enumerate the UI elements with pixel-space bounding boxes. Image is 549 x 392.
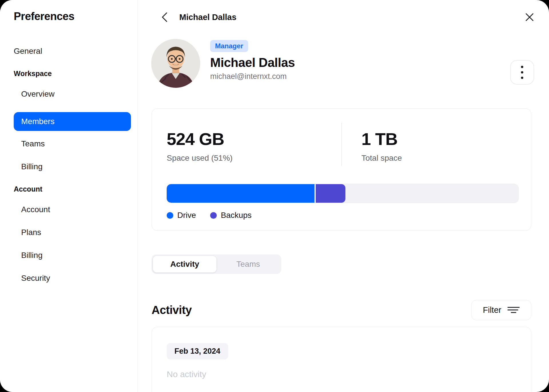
drive-dot-icon <box>167 212 173 219</box>
activity-card: Feb 13, 2024 No activity <box>152 327 531 392</box>
profile-info: Manager Michael Dallas michael@internxt.… <box>210 40 295 81</box>
sidebar-section-account: Account <box>14 185 131 193</box>
filter-button-label: Filter <box>483 305 501 315</box>
close-icon <box>525 12 534 22</box>
legend-drive-label: Drive <box>177 211 196 220</box>
sidebar-item-billing-account[interactable]: Billing <box>14 250 131 260</box>
storage-usage-card: 524 GB Space used (51%) 1 TB Total space… <box>152 108 531 231</box>
member-email: michael@internxt.com <box>210 72 295 81</box>
drive-usage-segment <box>167 184 315 203</box>
space-used-value: 524 GB <box>167 129 341 149</box>
sidebar-title: Preferences <box>14 10 131 23</box>
user-photo <box>151 39 200 88</box>
stats-divider <box>341 123 342 166</box>
sidebar-item-security[interactable]: Security <box>14 273 131 283</box>
kebab-menu-icon <box>521 66 523 68</box>
activity-heading: Activity <box>152 304 192 317</box>
avatar <box>151 39 200 88</box>
role-badge: Manager <box>210 40 248 52</box>
segment-gap <box>315 184 316 203</box>
tab-activity[interactable]: Activity <box>153 256 216 272</box>
backups-usage-segment <box>316 184 346 203</box>
chevron-left-icon <box>161 12 168 22</box>
legend-item-drive: Drive <box>167 211 196 220</box>
member-name: Michael Dallas <box>210 55 295 70</box>
sidebar-item-plans[interactable]: Plans <box>14 228 131 237</box>
space-used-label: Space used (51%) <box>167 154 341 163</box>
close-button[interactable] <box>524 11 535 23</box>
activity-header: Activity Filter <box>152 300 531 320</box>
activity-empty-text: No activity <box>167 369 516 379</box>
member-options-button[interactable] <box>510 60 534 85</box>
sidebar-item-members[interactable]: Members <box>14 112 131 131</box>
sidebar-item-general[interactable]: General <box>14 46 131 56</box>
activity-date-chip: Feb 13, 2024 <box>167 343 228 359</box>
space-used-stat: 524 GB Space used (51%) <box>152 129 341 163</box>
detail-header: Michael Dallas <box>138 11 549 23</box>
detail-title: Michael Dallas <box>179 13 236 22</box>
total-space-value: 1 TB <box>361 129 531 149</box>
sidebar-section-workspace: Workspace <box>14 69 131 78</box>
detail-tabs: Activity Teams <box>152 254 281 274</box>
sidebar: Preferences General Workspace Overview M… <box>0 0 138 392</box>
storage-progress-bar <box>166 184 519 203</box>
tab-teams[interactable]: Teams <box>216 256 280 272</box>
sidebar-item-account[interactable]: Account <box>14 205 131 214</box>
legend-backups-label: Backups <box>221 211 251 220</box>
sidebar-item-teams[interactable]: Teams <box>14 139 131 149</box>
storage-legend: Drive Backups <box>167 211 531 220</box>
sidebar-item-billing-workspace[interactable]: Billing <box>14 162 131 172</box>
sidebar-item-overview[interactable]: Overview <box>14 89 131 99</box>
back-button[interactable] <box>159 11 170 23</box>
filter-button[interactable]: Filter <box>471 300 531 320</box>
preferences-dialog: Preferences General Workspace Overview M… <box>0 0 549 392</box>
total-space-stat: 1 TB Total space <box>341 129 531 163</box>
total-space-label: Total space <box>361 154 531 163</box>
member-detail-panel: Michael Dallas <box>138 0 549 392</box>
profile-section: Manager Michael Dallas michael@internxt.… <box>151 39 534 88</box>
backups-dot-icon <box>210 212 217 219</box>
filter-lines-icon <box>508 307 520 313</box>
legend-item-backups: Backups <box>210 211 251 220</box>
sidebar-nav: General Workspace Overview Members Teams… <box>14 46 131 283</box>
